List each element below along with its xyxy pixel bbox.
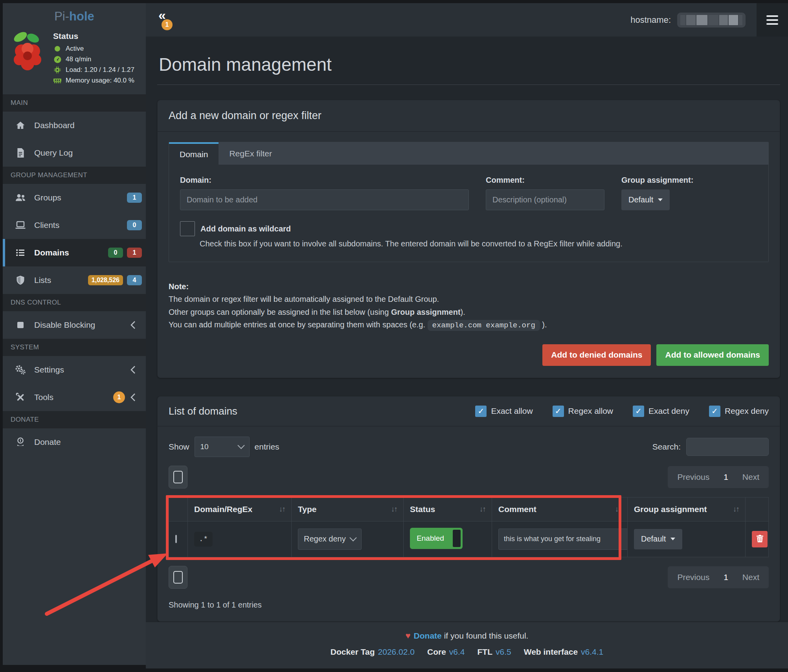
main-area: « 1 hostname: Domain management Add a ne… xyxy=(146,3,788,665)
note-line-3: You can add multiple entries at once by … xyxy=(169,318,769,332)
list-icon xyxy=(15,248,26,258)
checkbox-checked-icon: ✓ xyxy=(709,406,720,417)
show-label: Show xyxy=(169,442,189,452)
note-title: Note: xyxy=(169,280,769,293)
caret-down-icon xyxy=(670,538,675,543)
row-comment-input[interactable]: this is what you get for stealing xyxy=(498,529,628,550)
tab-strip: Domain RegEx filter xyxy=(169,142,768,165)
pagination-top: Previous 1 Next xyxy=(668,466,769,488)
square-outline-icon xyxy=(173,471,183,483)
add-to-allowed-button[interactable]: Add to allowed domains xyxy=(656,344,769,366)
sort-icon[interactable]: ↓↑ xyxy=(615,505,621,514)
pagination-previous[interactable]: Previous xyxy=(677,472,709,482)
select-all-button-bottom[interactable] xyxy=(169,566,187,589)
sort-icon[interactable]: ↓↑ xyxy=(391,505,397,514)
header-domain-regex[interactable]: Domain/RegEx xyxy=(194,505,252,514)
wildcard-checkbox[interactable] xyxy=(180,221,195,236)
add-to-denied-button[interactable]: Add to denied domains xyxy=(542,344,651,366)
sidebar-item-dashboard[interactable]: Dashboard xyxy=(3,112,146,139)
sidebar-section-donate: DONATE xyxy=(3,411,146,428)
footer-donate-text: if you found this useful. xyxy=(442,631,529,640)
footer-web-interface-version[interactable]: v6.4.1 xyxy=(581,647,603,656)
header-status[interactable]: Status xyxy=(410,505,435,514)
row-group-dropdown[interactable]: Default xyxy=(634,529,682,549)
footer-core-version[interactable]: v6.4 xyxy=(449,647,465,656)
table-header-row: Domain/RegEx↓↑ Type↓↑ Status↓↑ Comment↓↑… xyxy=(169,497,769,521)
sort-icon[interactable]: ↓↑ xyxy=(479,505,485,514)
footer-donate-link[interactable]: Donate xyxy=(414,631,442,640)
filter-regex-allow[interactable]: ✓Regex allow xyxy=(553,406,613,417)
status-dot-icon xyxy=(53,45,62,53)
donate-icon xyxy=(15,437,26,447)
chevron-left-icon xyxy=(130,365,136,374)
hostname-label: hostname: xyxy=(630,15,671,25)
sidebar-item-settings[interactable]: Settings xyxy=(3,356,146,384)
select-all-button-top[interactable] xyxy=(169,466,187,488)
page-footer: ♥Donate if you found this useful. Docker… xyxy=(146,622,788,668)
pagination-next[interactable]: Next xyxy=(742,573,759,582)
search-input[interactable] xyxy=(686,438,769,456)
pagination-previous[interactable]: Previous xyxy=(677,573,709,582)
pagination-current-page[interactable]: 1 xyxy=(724,472,728,482)
page-length-select[interactable]: 10 xyxy=(195,437,250,457)
sidebar-item-donate[interactable]: Donate xyxy=(3,428,146,456)
hamburger-menu-button[interactable] xyxy=(757,3,788,37)
brand-logo[interactable]: Pi-hole xyxy=(3,3,146,26)
sidebar-item-tools[interactable]: Tools 1 xyxy=(3,384,146,411)
sidebar: Pi-hole Status Act xyxy=(3,3,146,665)
heart-icon: ♥ xyxy=(406,631,411,641)
users-icon xyxy=(15,193,26,203)
delete-row-button[interactable] xyxy=(752,531,768,547)
pagination-current-page[interactable]: 1 xyxy=(724,573,728,582)
sidebar-item-lists[interactable]: Lists 1,028,526 4 xyxy=(3,266,146,294)
sidebar-collapse-button[interactable]: « 1 xyxy=(158,8,175,32)
sidebar-item-disable-blocking[interactable]: Disable Blocking xyxy=(3,311,146,339)
home-icon xyxy=(15,120,26,130)
sidebar-item-label: Groups xyxy=(34,193,127,202)
memory-icon xyxy=(53,77,62,84)
sidebar-item-groups[interactable]: Groups 1 xyxy=(3,184,146,211)
laptop-icon xyxy=(15,220,26,230)
pagination-next[interactable]: Next xyxy=(742,472,759,482)
header-group-assignment[interactable]: Group assignment xyxy=(634,505,707,514)
footer-ftl-version[interactable]: v6.5 xyxy=(496,647,511,656)
checkbox-checked-icon: ✓ xyxy=(633,406,644,417)
sidebar-item-clients[interactable]: Clients 0 xyxy=(3,211,146,239)
status-rate-label: 48 q/min xyxy=(66,55,91,63)
footer-ftl: FTLv6.5 xyxy=(478,647,511,657)
group-assignment-dropdown[interactable]: Default xyxy=(621,189,670,210)
header-comment[interactable]: Comment xyxy=(498,505,536,514)
comment-input[interactable] xyxy=(486,189,604,210)
shield-icon xyxy=(15,275,26,285)
chevron-down-icon xyxy=(349,534,356,542)
filter-exact-deny[interactable]: ✓Exact deny xyxy=(633,406,689,417)
sidebar-item-label: Query Log xyxy=(34,148,73,158)
chevron-down-icon xyxy=(237,442,244,449)
status-load-label: Load: 1.20 / 1.24 / 1.27 xyxy=(66,66,134,74)
header-type[interactable]: Type xyxy=(298,505,316,514)
add-card-tabs-box: Domain RegEx filter Domain: Comment: xyxy=(169,142,769,262)
table-row: .* Regex deny Enabled this is what you g… xyxy=(169,521,769,557)
status-active-label: Active xyxy=(66,45,84,53)
filter-exact-allow[interactable]: ✓Exact allow xyxy=(475,406,533,417)
sidebar-item-query-log[interactable]: Query Log xyxy=(3,139,146,167)
filter-regex-deny[interactable]: ✓Regex deny xyxy=(709,406,769,417)
sidebar-item-label: Dashboard xyxy=(34,121,75,130)
stop-square-icon xyxy=(15,320,26,330)
sort-icon[interactable]: ↓↑ xyxy=(733,505,739,514)
status-active: Active xyxy=(53,45,134,53)
sort-icon[interactable]: ↓↑ xyxy=(279,505,285,514)
sidebar-section-main: MAIN xyxy=(3,94,146,112)
raspberry-logo-icon xyxy=(8,29,48,77)
tab-domain[interactable]: Domain xyxy=(169,142,219,165)
sidebar-item-domains[interactable]: Domains 0 1 xyxy=(3,239,146,266)
row-checkbox[interactable] xyxy=(175,535,177,543)
count-badge: 0 xyxy=(127,220,142,230)
tab-regex-filter[interactable]: RegEx filter xyxy=(219,142,283,165)
status-toggle[interactable]: Enabled xyxy=(410,528,463,549)
status-rate: 48 q/min xyxy=(53,55,134,63)
type-select[interactable]: Regex deny xyxy=(298,529,362,550)
domain-input[interactable] xyxy=(180,189,469,210)
wildcard-help-text: Check this box if you want to involve al… xyxy=(200,239,757,248)
footer-docker-tag-version[interactable]: 2026.02.0 xyxy=(378,647,415,656)
